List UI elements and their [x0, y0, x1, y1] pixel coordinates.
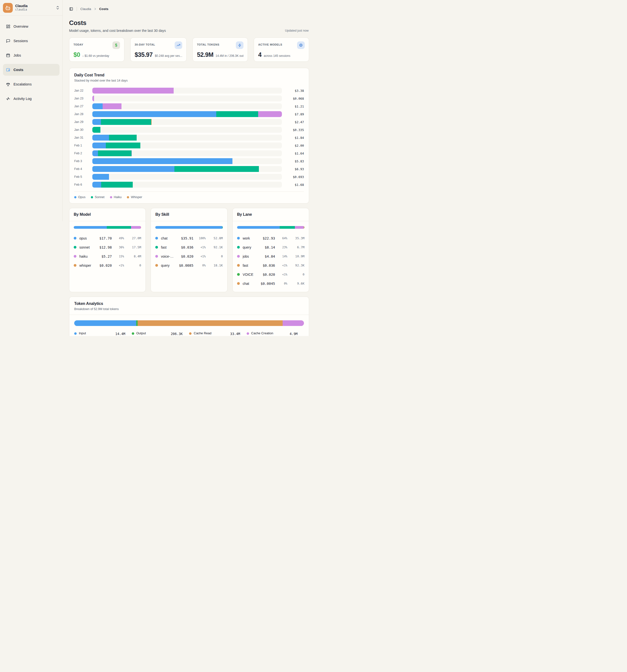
row-tokens: 17.5M — [126, 245, 141, 249]
workspace-avatar — [3, 3, 13, 13]
chart-row-jan-29: Jan 29$2.47 — [74, 119, 304, 125]
row-cost: $12.98 — [94, 245, 112, 249]
daily-cost-bars: Jan 22$3.38Jan 23$0.068Jan 27$1.21Jan 28… — [74, 88, 304, 188]
row-tokens: 9.6K — [289, 282, 305, 285]
row-dot — [237, 246, 240, 248]
breakdown-row-query: query$0.00850%18.1K — [155, 261, 223, 270]
chart-row-date: Jan 31 — [74, 136, 89, 139]
bar-segment-sonnet — [98, 150, 131, 156]
row-tokens: 0 — [208, 255, 223, 258]
breakdown-row-jobs: jobs$4.8414%10.9M — [237, 252, 305, 261]
bolt-icon — [236, 41, 243, 49]
bar-segment-opus — [92, 119, 101, 125]
stat-cards-row: TODAY$$0↓ $1.68 vs yesterday30-DAY TOTAL… — [69, 38, 309, 62]
bar-segment — [295, 226, 304, 229]
stat-card-total-tokens: TOTAL TOKENS52.9M14.4M in / 206.3K out — [193, 38, 248, 62]
row-tokens: 8.4M — [126, 255, 141, 258]
token-distribution-bar — [74, 320, 304, 326]
breakdown-distribution-bar — [237, 226, 305, 229]
breakdown-card-by-model: By Modelopus$17.7049%27.0Msonnet$12.9836… — [69, 208, 146, 292]
row-name: voice-t... — [161, 255, 174, 258]
bar-segment-sonnet — [101, 119, 151, 125]
breakdown-row-query: query$8.1423%6.7M — [237, 243, 305, 252]
sidebar-item-label: Activity Log — [14, 97, 31, 101]
sidebar-item-sessions[interactable]: Sessions — [3, 35, 59, 47]
row-tokens: 0 — [126, 264, 141, 267]
chart-row-track — [92, 158, 282, 164]
bar-segment-opus — [92, 166, 174, 172]
chart-row-date: Feb 6 — [74, 183, 89, 186]
row-cost: $4.84 — [258, 255, 275, 258]
chart-row-date: Feb 5 — [74, 175, 89, 178]
bar-segment-opus — [92, 158, 233, 164]
row-percent: <1% — [195, 255, 206, 258]
row-name: opus — [79, 236, 92, 240]
bar-segment-sonnet — [109, 135, 137, 141]
breakdown-row-fast: fast$0.036<1%92.1K — [155, 243, 223, 252]
chart-row-track — [92, 174, 282, 180]
sidebar-item-costs[interactable]: Costs — [3, 64, 59, 76]
bar-segment-sonnet — [92, 127, 100, 133]
chart-row-total: $1.21 — [285, 104, 304, 108]
chart-row-jan-23: Jan 23$0.068 — [74, 96, 304, 101]
chart-row-track — [92, 135, 282, 141]
row-dot — [237, 264, 240, 267]
row-name: sonnet — [79, 245, 92, 249]
sidebar-item-overview[interactable]: Overview — [3, 21, 59, 32]
row-cost: $0.020 — [258, 272, 275, 277]
legend-item-opus: Opus — [74, 195, 86, 199]
row-tokens: 92.3K — [289, 264, 305, 267]
breakdown-card-by-lane: By Lanework$22.9364%35.3Mquery$8.1423%6.… — [233, 208, 309, 292]
chart-row-feb-5: Feb 5$0.693 — [74, 174, 304, 180]
token-legend-value: 33.4M — [230, 331, 240, 336]
bar-segment — [237, 226, 280, 229]
chart-row-track — [92, 127, 282, 133]
sidebar-toggle-icon[interactable] — [69, 7, 73, 11]
legend-label: Haiku — [114, 195, 122, 199]
sidebar-item-activity-log[interactable]: Activity Log — [3, 93, 59, 104]
breakdown-row-sonnet: sonnet$12.9836%17.5M — [74, 243, 141, 252]
token-legend-cache-read: Cache Read63%33.4M — [189, 331, 247, 336]
legend-label: Opus — [78, 195, 86, 199]
row-name: work — [243, 236, 256, 240]
main-content: Claudia Costs Costs Model usage, tokens,… — [63, 0, 314, 336]
page-title: Costs — [69, 19, 309, 27]
chart-row-total: $6.93 — [285, 167, 304, 171]
bar-segment-sonnet — [106, 143, 140, 148]
row-cost: $0.020 — [176, 255, 193, 258]
breakdown-title: By Skill — [155, 212, 223, 217]
chart-row-date: Jan 29 — [74, 120, 89, 124]
workspace-switcher[interactable]: Claudia claudia — [0, 0, 63, 16]
breakdown-row-haiku: haiku$5.2715%8.4M — [74, 252, 141, 261]
legend-dot — [132, 332, 134, 335]
row-cost: $8.14 — [258, 245, 275, 249]
row-cost: $0.0045 — [258, 282, 275, 286]
chart-row-track — [92, 166, 282, 172]
sidebar-item-label: Jobs — [14, 53, 21, 57]
stat-label: ACTIVE MODELS — [258, 41, 282, 46]
row-dot — [155, 255, 158, 258]
sidebar-item-escalations[interactable]: Escalations — [3, 78, 59, 90]
token-legend-input: Input27%14.4M — [74, 331, 132, 336]
sidebar-nav: OverviewSessionsJobsCostsEscalationsActi… — [0, 16, 63, 112]
token-legend: Input27%14.4MOutput<1%206.3KCache Read63… — [74, 331, 304, 336]
sidebar-item-label: Escalations — [14, 82, 31, 86]
token-legend-label: Input — [79, 331, 86, 335]
costs-dashboard: Claudia claudia OverviewSessionsJobsCost… — [0, 0, 314, 336]
row-tokens: 92.1K — [208, 245, 223, 249]
trend-up-icon — [175, 41, 182, 49]
row-cost: $0.036 — [258, 264, 275, 267]
breakdown-row-voice: VOICE$0.020<1%0 — [237, 270, 305, 279]
breadcrumb-current: Costs — [99, 7, 108, 11]
legend-dot — [74, 196, 76, 198]
chart-title: Daily Cost Trend — [74, 73, 304, 77]
chat-bubble-icon — [6, 39, 10, 43]
stat-sub-text: ↓ $1.68 vs yesterday — [82, 54, 109, 57]
breadcrumb-parent-link[interactable]: Claudia — [80, 7, 91, 11]
chart-row-date: Feb 3 — [74, 160, 89, 163]
row-dot — [74, 264, 76, 267]
row-dot — [237, 282, 240, 285]
row-percent: 23% — [277, 246, 287, 249]
legend-item-whisper: Whisper — [127, 195, 142, 199]
sidebar-item-jobs[interactable]: Jobs — [3, 49, 59, 61]
